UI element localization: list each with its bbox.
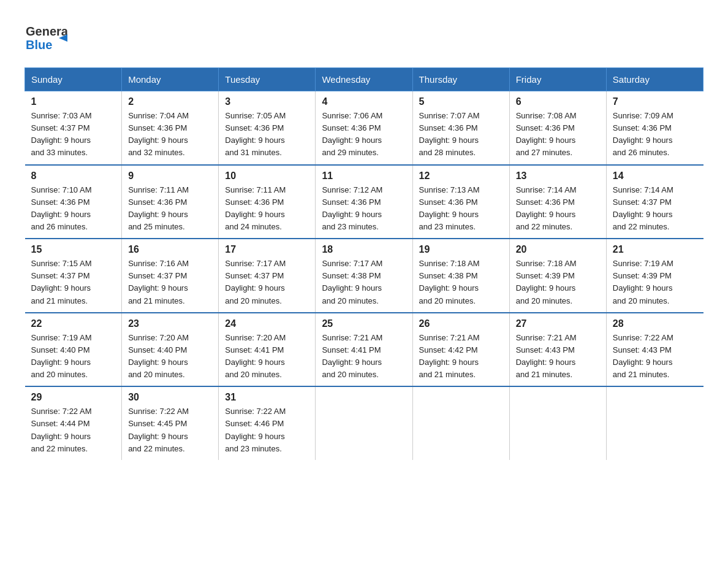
day-number: 21 xyxy=(613,244,697,255)
page-header: General Blue xyxy=(25,18,703,55)
calendar-cell: 31 Sunrise: 7:22 AMSunset: 4:46 PMDaylig… xyxy=(219,386,316,460)
day-number: 12 xyxy=(419,170,503,182)
day-info: Sunrise: 7:22 AMSunset: 4:44 PMDaylight:… xyxy=(31,405,116,455)
day-info: Sunrise: 7:07 AMSunset: 4:36 PMDaylight:… xyxy=(419,110,503,159)
header-cell-saturday: Saturday xyxy=(606,68,703,91)
calendar-cell: 22 Sunrise: 7:19 AMSunset: 4:40 PMDaylig… xyxy=(25,313,122,387)
day-info: Sunrise: 7:22 AMSunset: 4:43 PMDaylight:… xyxy=(613,332,697,381)
calendar-cell: 25 Sunrise: 7:21 AMSunset: 4:41 PMDaylig… xyxy=(316,313,412,387)
header-cell-sunday: Sunday xyxy=(25,68,122,91)
day-info: Sunrise: 7:20 AMSunset: 4:40 PMDaylight:… xyxy=(128,332,212,381)
calendar-cell: 13 Sunrise: 7:14 AMSunset: 4:36 PMDaylig… xyxy=(509,165,606,239)
calendar-cell: 21 Sunrise: 7:19 AMSunset: 4:39 PMDaylig… xyxy=(606,239,703,313)
calendar-cell xyxy=(316,386,412,460)
day-number: 6 xyxy=(516,96,600,107)
week-row-4: 22 Sunrise: 7:19 AMSunset: 4:40 PMDaylig… xyxy=(25,313,703,387)
day-info: Sunrise: 7:03 AMSunset: 4:37 PMDaylight:… xyxy=(31,110,116,159)
calendar-cell xyxy=(509,386,606,460)
day-info: Sunrise: 7:15 AMSunset: 4:37 PMDaylight:… xyxy=(31,258,116,307)
day-info: Sunrise: 7:21 AMSunset: 4:42 PMDaylight:… xyxy=(419,332,503,381)
day-info: Sunrise: 7:17 AMSunset: 4:37 PMDaylight:… xyxy=(225,258,309,307)
day-info: Sunrise: 7:21 AMSunset: 4:43 PMDaylight:… xyxy=(516,332,600,381)
day-info: Sunrise: 7:14 AMSunset: 4:36 PMDaylight:… xyxy=(516,184,600,234)
day-number: 20 xyxy=(516,244,600,255)
day-number: 10 xyxy=(225,170,309,182)
calendar-cell: 8 Sunrise: 7:10 AMSunset: 4:36 PMDayligh… xyxy=(25,165,122,239)
day-number: 4 xyxy=(322,96,406,107)
svg-text:Blue: Blue xyxy=(26,38,52,52)
calendar-cell: 19 Sunrise: 7:18 AMSunset: 4:38 PMDaylig… xyxy=(412,239,509,313)
day-info: Sunrise: 7:05 AMSunset: 4:36 PMDaylight:… xyxy=(225,110,309,159)
day-number: 9 xyxy=(128,170,212,182)
day-number: 18 xyxy=(322,244,406,255)
calendar-cell: 20 Sunrise: 7:18 AMSunset: 4:39 PMDaylig… xyxy=(509,239,606,313)
day-number: 30 xyxy=(128,392,212,403)
day-number: 3 xyxy=(225,96,309,107)
day-number: 11 xyxy=(322,170,406,182)
day-info: Sunrise: 7:11 AMSunset: 4:36 PMDaylight:… xyxy=(128,184,212,234)
day-info: Sunrise: 7:08 AMSunset: 4:36 PMDaylight:… xyxy=(516,110,600,159)
week-row-1: 1 Sunrise: 7:03 AMSunset: 4:37 PMDayligh… xyxy=(25,91,703,165)
svg-text:General: General xyxy=(26,25,67,38)
day-number: 26 xyxy=(419,318,503,329)
day-number: 16 xyxy=(128,244,212,255)
calendar-cell: 3 Sunrise: 7:05 AMSunset: 4:36 PMDayligh… xyxy=(219,91,316,165)
day-info: Sunrise: 7:18 AMSunset: 4:39 PMDaylight:… xyxy=(516,258,600,307)
day-info: Sunrise: 7:21 AMSunset: 4:41 PMDaylight:… xyxy=(322,332,406,381)
day-info: Sunrise: 7:06 AMSunset: 4:36 PMDaylight:… xyxy=(322,110,406,159)
logo-svg: General Blue xyxy=(25,18,67,55)
week-row-3: 15 Sunrise: 7:15 AMSunset: 4:37 PMDaylig… xyxy=(25,239,703,313)
calendar-cell: 7 Sunrise: 7:09 AMSunset: 4:36 PMDayligh… xyxy=(606,91,703,165)
calendar-cell: 2 Sunrise: 7:04 AMSunset: 4:36 PMDayligh… xyxy=(122,91,219,165)
calendar-cell: 6 Sunrise: 7:08 AMSunset: 4:36 PMDayligh… xyxy=(509,91,606,165)
calendar-cell: 27 Sunrise: 7:21 AMSunset: 4:43 PMDaylig… xyxy=(509,313,606,387)
day-number: 29 xyxy=(31,392,116,403)
day-number: 22 xyxy=(31,318,116,329)
week-row-5: 29 Sunrise: 7:22 AMSunset: 4:44 PMDaylig… xyxy=(25,386,703,460)
day-number: 8 xyxy=(31,170,116,182)
calendar-cell: 30 Sunrise: 7:22 AMSunset: 4:45 PMDaylig… xyxy=(122,386,219,460)
header-cell-monday: Monday xyxy=(122,68,219,91)
day-info: Sunrise: 7:14 AMSunset: 4:37 PMDaylight:… xyxy=(613,184,697,234)
day-info: Sunrise: 7:20 AMSunset: 4:41 PMDaylight:… xyxy=(225,332,309,381)
header-cell-wednesday: Wednesday xyxy=(316,68,412,91)
calendar-cell: 14 Sunrise: 7:14 AMSunset: 4:37 PMDaylig… xyxy=(606,165,703,239)
calendar-cell: 5 Sunrise: 7:07 AMSunset: 4:36 PMDayligh… xyxy=(412,91,509,165)
calendar-cell: 16 Sunrise: 7:16 AMSunset: 4:37 PMDaylig… xyxy=(122,239,219,313)
week-row-2: 8 Sunrise: 7:10 AMSunset: 4:36 PMDayligh… xyxy=(25,165,703,239)
calendar-cell: 9 Sunrise: 7:11 AMSunset: 4:36 PMDayligh… xyxy=(122,165,219,239)
day-info: Sunrise: 7:10 AMSunset: 4:36 PMDaylight:… xyxy=(31,184,116,234)
header-cell-thursday: Thursday xyxy=(412,68,509,91)
day-number: 27 xyxy=(516,318,600,329)
calendar-cell: 28 Sunrise: 7:22 AMSunset: 4:43 PMDaylig… xyxy=(606,313,703,387)
day-info: Sunrise: 7:22 AMSunset: 4:45 PMDaylight:… xyxy=(128,405,212,455)
calendar-cell: 12 Sunrise: 7:13 AMSunset: 4:36 PMDaylig… xyxy=(412,165,509,239)
calendar-cell: 18 Sunrise: 7:17 AMSunset: 4:38 PMDaylig… xyxy=(316,239,412,313)
day-number: 5 xyxy=(419,96,503,107)
day-info: Sunrise: 7:19 AMSunset: 4:40 PMDaylight:… xyxy=(31,332,116,381)
calendar-cell: 4 Sunrise: 7:06 AMSunset: 4:36 PMDayligh… xyxy=(316,91,412,165)
calendar-cell: 15 Sunrise: 7:15 AMSunset: 4:37 PMDaylig… xyxy=(25,239,122,313)
day-number: 1 xyxy=(31,96,116,107)
calendar-cell: 10 Sunrise: 7:11 AMSunset: 4:36 PMDaylig… xyxy=(219,165,316,239)
day-number: 15 xyxy=(31,244,116,255)
day-info: Sunrise: 7:22 AMSunset: 4:46 PMDaylight:… xyxy=(225,405,309,455)
calendar-cell: 11 Sunrise: 7:12 AMSunset: 4:36 PMDaylig… xyxy=(316,165,412,239)
day-number: 31 xyxy=(225,392,309,403)
day-number: 19 xyxy=(419,244,503,255)
day-info: Sunrise: 7:16 AMSunset: 4:37 PMDaylight:… xyxy=(128,258,212,307)
day-number: 25 xyxy=(322,318,406,329)
day-info: Sunrise: 7:17 AMSunset: 4:38 PMDaylight:… xyxy=(322,258,406,307)
calendar-cell xyxy=(412,386,509,460)
day-number: 24 xyxy=(225,318,309,329)
day-info: Sunrise: 7:11 AMSunset: 4:36 PMDaylight:… xyxy=(225,184,309,234)
day-number: 13 xyxy=(516,170,600,182)
calendar-cell: 24 Sunrise: 7:20 AMSunset: 4:41 PMDaylig… xyxy=(219,313,316,387)
logo: General Blue xyxy=(25,18,67,55)
calendar-cell: 23 Sunrise: 7:20 AMSunset: 4:40 PMDaylig… xyxy=(122,313,219,387)
day-number: 14 xyxy=(613,170,697,182)
header-cell-tuesday: Tuesday xyxy=(219,68,316,91)
day-info: Sunrise: 7:04 AMSunset: 4:36 PMDaylight:… xyxy=(128,110,212,159)
day-number: 7 xyxy=(613,96,697,107)
day-info: Sunrise: 7:13 AMSunset: 4:36 PMDaylight:… xyxy=(419,184,503,234)
